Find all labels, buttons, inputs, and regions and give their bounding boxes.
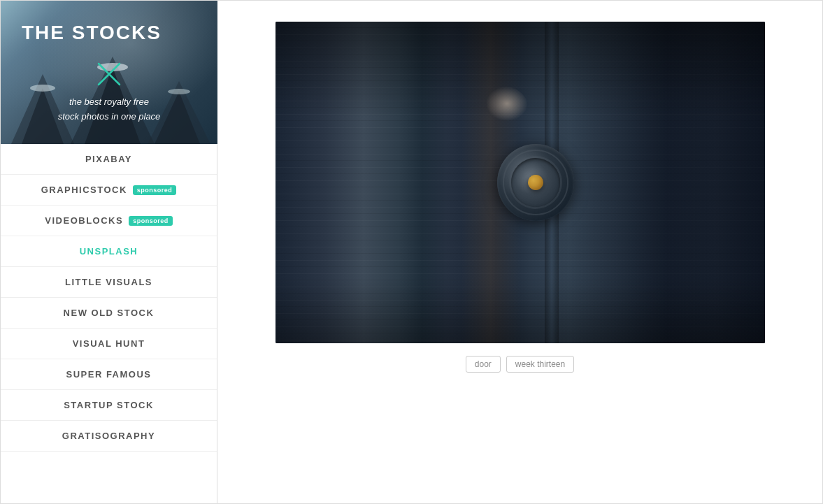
sponsored-badge-2: sponsored [129, 216, 173, 226]
bottom-vignette [275, 279, 765, 343]
knocker-detail-ring [503, 150, 568, 215]
sidebar-item-startup-stock[interactable]: STARTUP STOCK [1, 390, 217, 421]
image-container: door week thirteen [275, 22, 765, 373]
sidebar-item-little-visuals[interactable]: LITTLE VISUALS [1, 267, 217, 298]
sidebar: THE STOCKS the best royalty free stock p… [1, 1, 217, 503]
sidebar-item-new-old-stock[interactable]: NEW OLD STOCK [1, 298, 217, 329]
sidebar-item-super-famous[interactable]: SUPER FAMOUS [1, 359, 217, 390]
top-vignette [275, 22, 765, 118]
sidebar-item-pixabay[interactable]: PIXABAY [1, 144, 217, 175]
sidebar-item-unsplash[interactable]: UNSPLASH [1, 236, 217, 267]
sidebar-item-graphicstock[interactable]: GRAPHICSTOCK sponsored [1, 175, 217, 206]
sidebar-header: THE STOCKS the best royalty free stock p… [1, 1, 217, 144]
door-knocker [497, 144, 574, 221]
site-subtitle: the best royalty free stock photos in on… [1, 95, 217, 124]
svg-point-8 [168, 89, 190, 94]
main-content: door week thirteen [217, 1, 822, 503]
sponsored-badge: sponsored [133, 185, 177, 195]
svg-point-6 [30, 85, 55, 92]
nav-list: PIXABAY GRAPHICSTOCK sponsored VIDEOBLOC… [1, 144, 217, 452]
knocker-outer-ring [497, 144, 574, 221]
site-title: THE STOCKS [22, 22, 162, 44]
tag-week-thirteen[interactable]: week thirteen [506, 356, 574, 373]
sidebar-item-visual-hunt[interactable]: VISUAL HUNT [1, 329, 217, 359]
sidebar-item-gratisography[interactable]: GRATISOGRAPHY [1, 421, 217, 452]
tags-container: door week thirteen [275, 356, 765, 373]
tag-door[interactable]: door [466, 356, 501, 373]
main-photo [275, 22, 765, 343]
sidebar-item-videoblocks[interactable]: VIDEOBLOCKS sponsored [1, 206, 217, 236]
cross-icon [95, 60, 123, 88]
